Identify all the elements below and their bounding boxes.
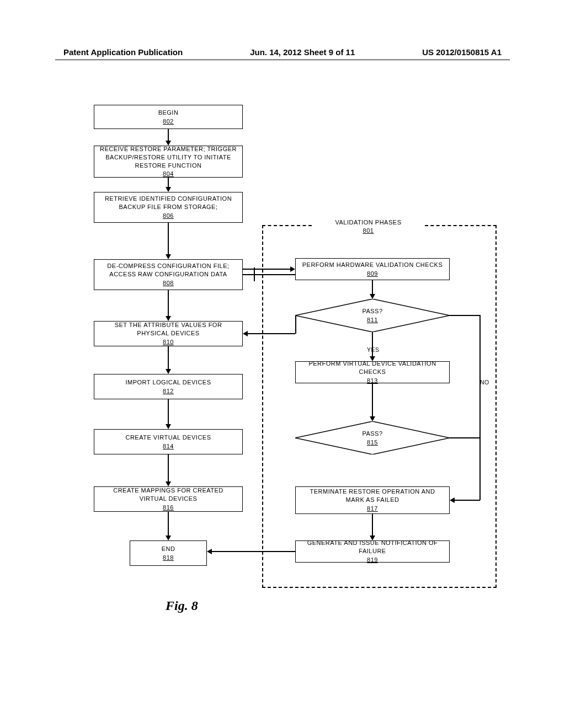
box-virtual-validation: PERFORM VIRTUAL DEVICE VALIDATION CHECKS… [295,361,450,383]
box-create-virtual: CREATE VIRTUAL DEVICES 814 [94,429,243,454]
box-create-mappings: CREATE MAPPINGS FOR CREATED VIRTUAL DEVI… [94,486,243,512]
header-left: Patent Application Publication [63,47,183,57]
box-decompress: DE-COMPRESS CONFIGURATION FILE; ACCESS R… [94,259,243,290]
diamond-pass-811: PASS? 811 [295,299,450,332]
header-center: Jun. 14, 2012 Sheet 9 of 11 [250,47,355,57]
label-yes-811: YES [367,346,380,353]
box-receive-restore: RECEIVE RESTORE PARAMETER; TRIGGER BACKU… [94,146,243,178]
box-set-attributes: SET THE ATTRIBUTE VALUES FOR PHYSICAL DE… [94,321,243,346]
box-end: END 818 [130,540,207,566]
label-no: NO [480,379,489,386]
figure-caption: Fig. 8 [166,598,198,613]
box-hardware-validation: PERFORM HARDWARE VALIDATION CHECKS 809 [295,258,450,280]
flowchart: BEGIN 802 RECEIVE RESTORE PARAMETER; TRI… [77,105,497,623]
diamond-pass-815: PASS? 815 [295,421,450,454]
box-notification-failure: GENERATE AND ISSUE NOTIFICATION OF FAILU… [295,540,450,563]
header-divider [55,60,510,60]
box-retrieve-config: RETRIEVE IDENTIFIED CONFIGURATION BACKUP… [94,192,243,223]
header-right: US 2012/0150815 A1 [422,47,502,57]
box-terminate-restore: TERMINATE RESTORE OPERATION AND MARK AS … [295,486,450,514]
box-begin: BEGIN 802 [94,105,243,129]
box-import-logical: IMPORT LOGICAL DEVICES 812 [94,374,243,399]
validation-phases-label: VALIDATION PHASES 801 [315,218,422,235]
